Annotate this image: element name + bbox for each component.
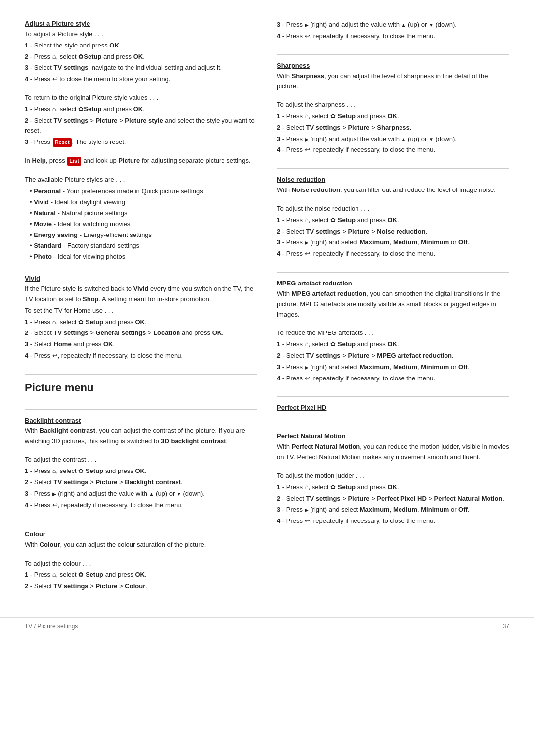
divider-r5 xyxy=(277,425,509,425)
ppHD-title: Perfect Pixel HD xyxy=(277,404,509,411)
setup-icon-6 xyxy=(330,112,336,120)
noise-step2: 2 - Select TV settings > Picture > Noise… xyxy=(277,227,509,237)
mpeg-step4: 4 - Press , repeatedly if necessary, to … xyxy=(277,374,509,384)
backlight-step3: 3 - Press (right) and adjust the value w… xyxy=(25,489,257,499)
sharpness-step2: 2 - Select TV settings > Picture > Sharp… xyxy=(277,123,509,133)
noise-step3: 3 - Press (right) and select Maximum, Me… xyxy=(277,237,509,248)
colour-intro: To adjust the colour . . . xyxy=(25,559,257,569)
pnm-step4: 4 - Press , repeatedly if necessary, to … xyxy=(277,516,509,526)
sharpness-step4: 4 - Press , repeatedly if necessary, to … xyxy=(277,145,509,155)
noise-intro: To adjust the noise reduction . . . xyxy=(277,204,509,214)
back-icon-6 xyxy=(305,250,310,257)
colour-step2: 2 - Select TV settings > Picture > Colou… xyxy=(25,581,257,592)
backlight-title: Backlight contrast xyxy=(25,417,257,424)
section-sharpness: Sharpness With Sharpness, you can adjust… xyxy=(277,62,509,157)
pnm-body: With Perfect Natural Motion, you can red… xyxy=(277,442,509,463)
up-arrow-2 xyxy=(401,21,406,28)
mpeg-title: MPEG artefact reduction xyxy=(277,280,509,287)
vivid-step4: 4 - Press , repeatedly if necessary, to … xyxy=(25,351,257,361)
vivid-home-intro: To set the TV for Home use . . . xyxy=(25,306,257,316)
list-button: List xyxy=(67,157,81,166)
section-pnm: Perfect Natural Motion With Perfect Natu… xyxy=(277,432,509,527)
noise-body: With Noise reduction, you can filter out… xyxy=(277,185,509,195)
vivid-step3: 3 - Select Home and press OK. xyxy=(25,339,257,350)
bullet-photo: • Photo - Ideal for viewing photos xyxy=(30,251,257,262)
back-icon-3 xyxy=(52,501,58,509)
picture-menu-title: Picture menu xyxy=(25,381,257,394)
colour-cont-step4: 4 - Press , repeatedly if necessary, to … xyxy=(277,31,509,42)
footer-left: TV / Picture settings xyxy=(25,623,78,630)
bullet-standard: • Standard - Factory standard settings xyxy=(30,240,257,251)
setup-icon xyxy=(78,53,84,60)
up-arrow-3 xyxy=(401,135,406,142)
vivid-step1: 1 - Press , select Setup and press OK. xyxy=(25,317,257,328)
back-icon-7 xyxy=(305,375,310,382)
section-adjust-style: Adjust a Picture style To adjust a Pictu… xyxy=(25,20,257,262)
down-arrow-1 xyxy=(177,490,181,497)
section-colour: Colour With Colour, you can adjust the c… xyxy=(25,530,257,592)
setup-icon-2 xyxy=(78,105,84,113)
help-note: In Help, press List and look up Picture … xyxy=(25,156,257,166)
noise-step1: 1 - Press , select Setup and press OK. xyxy=(277,215,509,226)
bullet-vivid: • Vivid - Ideal for daylight viewing xyxy=(30,197,257,208)
section-colour-cont: 3 - Press (right) and adjust the value w… xyxy=(277,20,509,43)
footer-right: 37 xyxy=(503,623,509,630)
right-column: 3 - Press (right) and adjust the value w… xyxy=(277,20,509,598)
pnm-step3: 3 - Press (right) and select Maximum, Me… xyxy=(277,505,509,515)
setup-icon-8 xyxy=(330,340,336,348)
back-icon xyxy=(52,75,58,83)
down-arrow-2 xyxy=(429,21,434,28)
setup-icon-3 xyxy=(78,318,84,326)
setup-icon-5 xyxy=(78,571,84,578)
adjust-style-step3: 3 - Select TV settings, navigate to the … xyxy=(25,63,257,73)
bullet-energy: • Energy saving - Energy-efficient setti… xyxy=(30,230,257,240)
home-icon xyxy=(52,53,56,60)
backlight-body: With Backlight contrast, you can adjust … xyxy=(25,426,257,447)
return-step1: 1 - Press , select Setup and press OK. xyxy=(25,104,257,115)
divider-3 xyxy=(25,523,257,523)
up-arrow-1 xyxy=(149,490,154,497)
backlight-step2: 2 - Select TV settings > Picture > Backl… xyxy=(25,477,257,488)
section-backlight: Backlight contrast With Backlight contra… xyxy=(25,417,257,512)
sharpness-step3: 3 - Press (right) and adjust the value w… xyxy=(277,134,509,144)
home-icon-6 xyxy=(305,112,309,120)
pnm-intro: To adjust the motion judder . . . xyxy=(277,471,509,481)
adjust-style-intro: To adjust a Picture style . . . xyxy=(25,29,257,40)
sharpness-step1: 1 - Press , select Setup and press OK. xyxy=(277,111,509,122)
colour-title: Colour xyxy=(25,530,257,538)
pnm-title: Perfect Natural Motion xyxy=(277,432,509,440)
adjust-style-title: Adjust a Picture style xyxy=(25,20,257,27)
divider-r2 xyxy=(277,168,509,169)
home-icon-8 xyxy=(305,340,309,348)
backlight-intro: To adjust the contrast . . . xyxy=(25,455,257,465)
right-arrow-4 xyxy=(305,238,309,246)
sharpness-intro: To adjust the sharpness . . . xyxy=(277,100,509,110)
adjust-style-step4: 4 - Press to close the menu to store you… xyxy=(25,74,257,85)
reset-button: Reset xyxy=(53,138,72,147)
vivid-title: Vivid xyxy=(25,275,257,282)
home-icon-9 xyxy=(305,483,309,491)
sharpness-title: Sharpness xyxy=(277,62,509,69)
adjust-style-step2: 2 - Press , select Setup and press OK. xyxy=(25,52,257,62)
divider-1 xyxy=(25,374,257,375)
sharpness-body: With Sharpness, you can adjust the level… xyxy=(277,71,509,92)
home-icon-3 xyxy=(52,318,56,326)
right-arrow-5 xyxy=(305,363,309,371)
setup-icon-4 xyxy=(78,467,84,474)
down-arrow-3 xyxy=(429,135,434,142)
pnm-step1: 1 - Press , select Setup and press OK. xyxy=(277,482,509,493)
adjust-style-step1: 1 - Select the style and press OK. xyxy=(25,41,257,51)
left-column: Adjust a Picture style To adjust a Pictu… xyxy=(25,20,257,598)
back-icon-8 xyxy=(305,517,310,524)
colour-body: With Colour, you can adjust the colour s… xyxy=(25,540,257,550)
setup-icon-7 xyxy=(330,216,336,224)
mpeg-step2: 2 - Select TV settings > Picture > MPEG … xyxy=(277,351,509,361)
backlight-step1: 1 - Press , select Setup and press OK. xyxy=(25,466,257,476)
mpeg-step1: 1 - Press , select Setup and press OK. xyxy=(277,339,509,350)
section-vivid: Vivid If the Picture style is switched b… xyxy=(25,275,257,362)
pnm-step2: 2 - Select TV settings > Picture > Perfe… xyxy=(277,494,509,504)
back-icon-2 xyxy=(52,352,58,359)
right-arrow-6 xyxy=(305,506,309,513)
vivid-step2: 2 - Select TV settings > General setting… xyxy=(25,328,257,338)
section-picture-menu: Picture menu xyxy=(25,381,257,397)
